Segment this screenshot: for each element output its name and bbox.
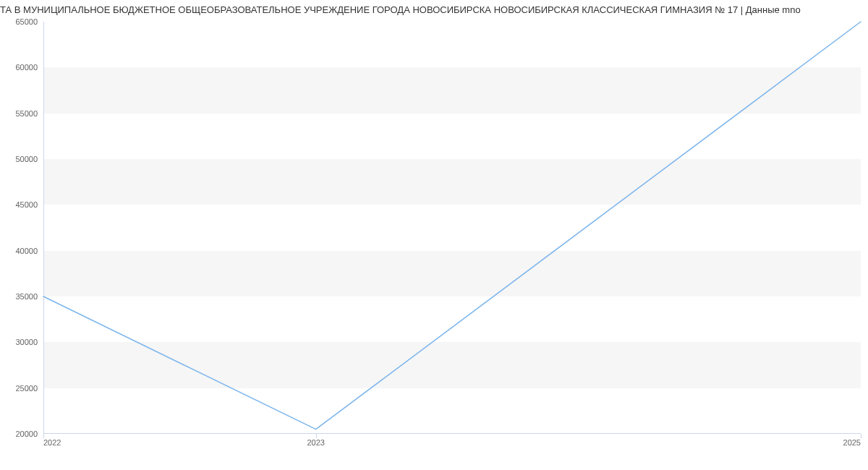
- y-tick-label: 45000: [15, 200, 43, 209]
- y-tick-label: 25000: [15, 384, 43, 393]
- y-tick-label: 30000: [15, 338, 43, 346]
- y-tick-label: 60000: [15, 63, 43, 72]
- x-tick-label: 2025: [843, 434, 861, 447]
- x-tick-mark: [861, 434, 861, 438]
- y-tick-label: 65000: [15, 17, 43, 26]
- series-line: [43, 22, 861, 430]
- x-tick-label: 2023: [307, 434, 324, 447]
- line-series-svg: [43, 22, 861, 434]
- y-tick-label: 55000: [15, 109, 43, 118]
- x-tick-label: 2022: [43, 434, 61, 447]
- y-tick-label: 35000: [15, 292, 43, 301]
- y-tick-label: 40000: [15, 247, 43, 255]
- chart-title: ТА В МУНИЦИПАЛЬНОЕ БЮДЖЕТНОЕ ОБЩЕОБРАЗОВ…: [0, 0, 868, 15]
- y-tick-label: 20000: [15, 430, 43, 438]
- y-tick-label: 50000: [15, 155, 43, 163]
- chart-plot-area: 2000025000300003500040000450005000055000…: [43, 22, 861, 434]
